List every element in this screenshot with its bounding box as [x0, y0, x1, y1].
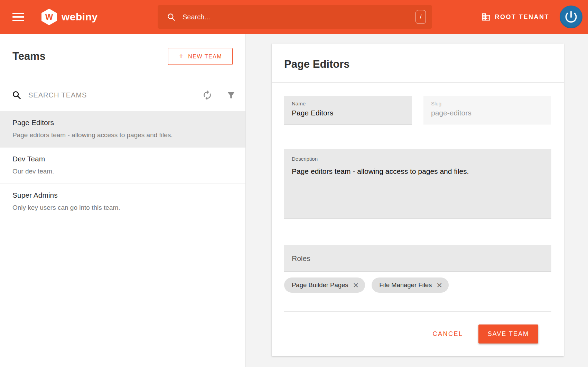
search-icon	[167, 12, 176, 21]
cancel-button[interactable]: CANCEL	[433, 330, 463, 338]
name-field-label: Name	[292, 101, 404, 106]
description-field[interactable]: Description Page editors team - allowing…	[284, 149, 551, 218]
teams-search-row	[0, 79, 245, 111]
team-form: Name Page Editors Slug page-editors Desc…	[272, 83, 564, 356]
description-field-value: Page editors team - allowing access to p…	[292, 167, 544, 176]
filter-icon	[226, 91, 236, 100]
slash-shortcut-key: /	[416, 10, 426, 24]
team-detail-panel: Page Editors Name Page Editors Slug page…	[246, 34, 588, 367]
logo-letter: W	[45, 12, 53, 22]
save-team-button[interactable]: SAVE TEAM	[478, 324, 538, 344]
refresh-icon	[202, 90, 213, 101]
slug-field-value: page-editors	[431, 109, 543, 117]
new-team-button-label: NEW TEAM	[188, 53, 222, 59]
header-right-group: ROOT TENANT	[481, 0, 583, 34]
team-list-item-page-editors[interactable]: Page Editors Page editors team - allowin…	[0, 111, 245, 148]
team-detail-title: Page Editors	[284, 58, 551, 70]
form-footer: CANCEL SAVE TEAM	[284, 311, 551, 356]
chip-label: File Manager Files	[379, 281, 432, 289]
menu-icon[interactable]	[12, 13, 24, 21]
tenant-label: ROOT TENANT	[495, 13, 550, 21]
roles-field-label: Roles	[292, 254, 310, 263]
filter-button[interactable]	[226, 91, 236, 100]
plus-icon: +	[179, 51, 184, 61]
name-field-value: Page Editors	[292, 109, 404, 117]
chip-remove-icon[interactable]: ✕	[436, 282, 442, 289]
teams-list: Page Editors Page editors team - allowin…	[0, 111, 245, 220]
global-search-bar[interactable]: /	[158, 5, 432, 29]
description-field-label: Description	[292, 156, 544, 162]
team-detail-card: Page Editors Name Page Editors Slug page…	[272, 44, 564, 356]
top-header: W webiny / ROOT TENANT	[0, 0, 588, 34]
role-chip-page-builder-pages: Page Builder Pages ✕	[284, 277, 365, 293]
name-field[interactable]: Name Page Editors	[284, 96, 412, 124]
tenant-selector[interactable]: ROOT TENANT	[481, 12, 550, 22]
team-description: Page editors team - allowing access to p…	[12, 131, 233, 139]
team-description: Only key users can go into this team.	[12, 204, 233, 211]
team-list-item-dev-team[interactable]: Dev Team Our dev team.	[0, 148, 245, 184]
name-slug-row: Name Page Editors Slug page-editors	[284, 96, 551, 124]
slug-field-label: Slug	[431, 101, 543, 106]
webiny-hexagon-icon: W	[41, 9, 57, 25]
brand-name: webiny	[62, 11, 98, 23]
team-name: Page Editors	[12, 119, 233, 127]
global-search-input[interactable]	[183, 13, 416, 21]
team-list-item-super-admins[interactable]: Super Admins Only key users can go into …	[0, 184, 245, 220]
teams-list-panel: Teams + NEW TEAM	[0, 34, 246, 367]
new-team-button[interactable]: + NEW TEAM	[168, 48, 233, 65]
teams-panel-title: Teams	[12, 50, 46, 63]
roles-field[interactable]: Roles	[284, 245, 551, 272]
teams-panel-header: Teams + NEW TEAM	[0, 34, 245, 79]
search-icon	[12, 90, 21, 100]
chip-label: Page Builder Pages	[292, 281, 348, 289]
team-name: Dev Team	[12, 155, 233, 163]
user-avatar[interactable]	[560, 6, 582, 28]
slug-field: Slug page-editors	[423, 96, 551, 124]
webiny-logo[interactable]: W webiny	[41, 9, 98, 25]
role-chip-file-manager-files: File Manager Files ✕	[372, 277, 449, 293]
team-description: Our dev team.	[12, 168, 233, 175]
building-icon	[481, 12, 491, 22]
refresh-button[interactable]	[202, 90, 213, 101]
power-icon	[563, 9, 579, 25]
chip-remove-icon[interactable]: ✕	[353, 282, 359, 289]
teams-search-input[interactable]	[28, 91, 202, 99]
webiny-admin-app: W webiny / ROOT TENANT	[0, 0, 588, 367]
team-name: Super Admins	[12, 191, 233, 199]
team-detail-header: Page Editors	[272, 44, 564, 83]
roles-chips: Page Builder Pages ✕ File Manager Files …	[284, 277, 551, 293]
